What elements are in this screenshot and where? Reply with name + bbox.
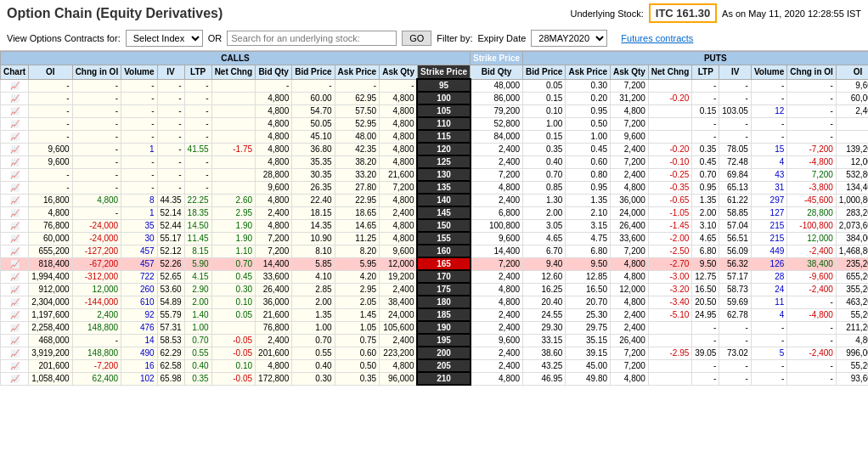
calls-chng-oi-5: - [72, 143, 121, 155]
calls-chart-19[interactable]: 📈 [1, 321, 29, 334]
puts-bidp-6: 0.40 [523, 155, 566, 168]
calls-iv-17: 54.89 [157, 296, 184, 308]
calls-vol-22: 16 [121, 359, 157, 372]
calls-askp-14: 5.95 [335, 257, 380, 270]
calls-askq-18: 24,000 [380, 308, 418, 321]
calls-chart-20[interactable]: 📈 [1, 334, 29, 347]
calls-ltp-0: - [184, 79, 211, 92]
calls-chart-12[interactable]: 📈 [1, 232, 29, 245]
puts-iv-11: 57.04 [719, 219, 752, 232]
calls-iv-3: - [157, 117, 184, 130]
calls-oi-13: 655,200 [29, 245, 73, 257]
puts-oi-10: 283,200 [836, 206, 868, 219]
calls-bidq-10: 2,400 [256, 206, 292, 219]
calls-chart-0[interactable]: 📈 [1, 79, 29, 92]
calls-ltp-6: - [184, 155, 211, 168]
puts-oi-15: 655,200 [836, 270, 868, 283]
calls-net-9: 2.60 [211, 194, 255, 206]
calls-ltp-11: 14.50 [184, 219, 211, 232]
puts-iv-16: 58.73 [719, 283, 752, 296]
search-input[interactable] [227, 31, 397, 46]
expiry-select[interactable]: 28MAY2020 [531, 30, 607, 47]
calls-net-5: -1.75 [211, 143, 255, 155]
puts-bidp-9: 1.30 [523, 194, 566, 206]
futures-link[interactable]: Futures contracts [621, 33, 693, 43]
calls-oi-6: 9,600 [29, 155, 73, 168]
calls-iv-19: 57.31 [157, 321, 184, 334]
calls-iv-12: 55.17 [157, 232, 184, 245]
puts-net-19 [648, 321, 691, 334]
strike-price-20: 195 [417, 334, 470, 347]
calls-chart-18[interactable]: 📈 [1, 308, 29, 321]
strike-price-17: 180 [417, 296, 470, 308]
calls-chng-oi-10: - [72, 206, 121, 219]
calls-chart-4[interactable]: 📈 [1, 130, 29, 143]
calls-chart-6[interactable]: 📈 [1, 155, 29, 168]
calls-vol-17: 610 [121, 296, 157, 308]
calls-chart-21[interactable]: 📈 [1, 347, 29, 359]
puts-bidq-11: 100,800 [471, 219, 523, 232]
calls-chart-5[interactable]: 📈 [1, 143, 29, 155]
calls-chart-10[interactable]: 📈 [1, 206, 29, 219]
index-select[interactable]: Select Index [126, 30, 203, 47]
calls-net-10: 2.95 [211, 206, 255, 219]
puts-vol-12: 215 [751, 232, 786, 245]
puts-vol-16: 24 [751, 283, 786, 296]
calls-chart-3[interactable]: 📈 [1, 117, 29, 130]
strike-price-9: 140 [417, 194, 470, 206]
puts-chng-oi-21: -2,400 [787, 347, 837, 359]
go-button[interactable]: GO [402, 31, 431, 46]
calls-askq-2: 4,800 [380, 104, 418, 117]
strike-price-7: 130 [417, 168, 470, 181]
calls-chart-13[interactable]: 📈 [1, 245, 29, 257]
puts-chng-oi-18: -4,800 [787, 308, 837, 321]
calls-chart-9[interactable]: 📈 [1, 194, 29, 206]
calls-oi-19: 2,258,400 [29, 321, 73, 334]
calls-chart-8[interactable]: 📈 [1, 181, 29, 194]
puts-net-13: -2.50 [648, 245, 691, 257]
calls-chart-11[interactable]: 📈 [1, 219, 29, 232]
strike-price-15: 170 [417, 270, 470, 283]
calls-askq-20: 2,400 [380, 334, 418, 347]
col-bidp-c: Bid Price [292, 65, 335, 80]
puts-askq-13: 7,200 [611, 245, 649, 257]
calls-chart-1[interactable]: 📈 [1, 92, 29, 104]
puts-vol-10: 127 [751, 206, 786, 219]
calls-chart-16[interactable]: 📈 [1, 283, 29, 296]
puts-bidp-0: 0.05 [523, 79, 566, 92]
calls-chng-oi-17: -144,000 [72, 296, 121, 308]
puts-askp-3: 0.50 [566, 117, 611, 130]
calls-chart-17[interactable]: 📈 [1, 296, 29, 308]
col-iv-p: IV [719, 65, 752, 80]
calls-askq-17: 38,400 [380, 296, 418, 308]
puts-ltp-23: - [692, 372, 719, 385]
calls-askq-10: 2,400 [380, 206, 418, 219]
puts-bidq-10: 6,800 [471, 206, 523, 219]
puts-askq-19: 2,400 [611, 321, 649, 334]
puts-chng-oi-4: - [787, 130, 837, 143]
calls-vol-23: 102 [121, 372, 157, 385]
calls-chart-7[interactable]: 📈 [1, 168, 29, 181]
calls-chart-14[interactable]: 📈 [1, 257, 29, 270]
puts-chng-oi-16: -2,400 [787, 283, 837, 296]
calls-chng-oi-1: - [72, 92, 121, 104]
calls-oi-5: 9,600 [29, 143, 73, 155]
calls-chart-22[interactable]: 📈 [1, 359, 29, 372]
calls-chart-15[interactable]: 📈 [1, 270, 29, 283]
puts-vol-7: 43 [751, 168, 786, 181]
calls-chart-2[interactable]: 📈 [1, 104, 29, 117]
puts-iv-4: - [719, 130, 752, 143]
calls-askq-14: 12,000 [380, 257, 418, 270]
puts-bidp-10: 2.00 [523, 206, 566, 219]
puts-iv-23: - [719, 372, 752, 385]
calls-askp-6: 38.20 [335, 155, 380, 168]
puts-chng-oi-2: - [787, 104, 837, 117]
puts-vol-15: 28 [751, 270, 786, 283]
calls-askq-4: 4,800 [380, 130, 418, 143]
calls-chart-23[interactable]: 📈 [1, 372, 29, 385]
calls-chng-oi-2: - [72, 104, 121, 117]
calls-iv-0: - [157, 79, 184, 92]
puts-bidq-0: 48,000 [471, 79, 523, 92]
puts-oi-3: - [836, 117, 868, 130]
calls-vol-19: 476 [121, 321, 157, 334]
